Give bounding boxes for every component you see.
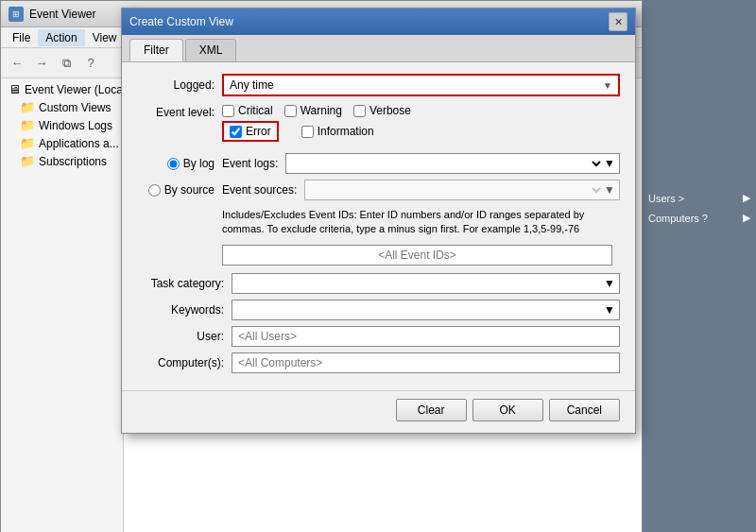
keywords-dropdown[interactable]: ▼ [232,300,620,320]
event-ids-row [222,245,612,266]
by-source-row: By source Event sources: ▼ [137,180,620,200]
dialog-tabs: Filter XML [122,35,635,62]
cancel-button[interactable]: Cancel [549,399,620,421]
critical-checkbox-item: Critical [222,104,273,117]
event-logs-label: Event logs: [222,157,278,170]
warning-label[interactable]: Warning [301,104,342,117]
dropdown-arrow-task-icon: ▼ [604,277,615,290]
task-category-label: Task category: [137,277,232,290]
task-category-dropdown[interactable]: ▼ [232,273,620,294]
dropdown-arrow-keywords-icon: ▼ [604,303,615,317]
verbose-label[interactable]: Verbose [369,104,411,117]
by-log-radio[interactable] [167,158,180,170]
by-log-label[interactable]: By log [183,157,215,170]
dialog-titlebar: Create Custom View ✕ [122,9,635,35]
event-sources-label: Event sources: [222,183,297,197]
computers-row: Computer(s): [137,352,620,373]
verbose-checkbox-item: Verbose [353,104,411,117]
user-row: User: [137,326,620,347]
logged-value: Any time [230,78,274,92]
task-category-row: Task category: ▼ [137,273,620,294]
logged-label: Logged: [137,78,222,92]
modal-overlay: Create Custom View ✕ Filter XML Logged: … [0,0,756,532]
information-checkbox[interactable] [301,126,314,138]
tab-xml[interactable]: XML [185,39,237,61]
dropdown-arrow-icon: ▼ [603,80,612,91]
tab-filter[interactable]: Filter [129,39,183,61]
critical-label[interactable]: Critical [238,104,273,117]
warning-checkbox[interactable] [284,105,297,117]
by-source-radio[interactable] [148,184,161,197]
error-checkbox-wrapper: Error [222,121,279,142]
dropdown-arrow-sources-icon: ▼ [604,183,615,197]
checkboxes-group: Critical Warning Verbose [222,104,620,146]
error-label[interactable]: Error [246,125,271,138]
dialog-title: Create Custom View [129,15,233,28]
event-ids-input[interactable] [222,245,612,266]
critical-checkbox[interactable] [222,105,234,117]
description-text: Includes/Excludes Event IDs: Enter ID nu… [222,208,620,237]
checkbox-row-1: Critical Warning Verbose [222,104,620,117]
by-source-radio-item: By source [137,183,222,197]
clear-button[interactable]: Clear [396,399,467,421]
logged-dropdown[interactable]: Any time ▼ [222,74,620,96]
event-sources-dropdown[interactable]: ▼ [304,180,620,200]
event-sources-select [309,182,604,197]
dropdown-arrow-logs-icon: ▼ [604,157,615,170]
user-label: User: [137,330,232,343]
error-checkbox[interactable] [230,126,242,138]
information-label[interactable]: Information [318,125,374,138]
computers-input[interactable] [232,352,620,373]
dialog-close-button[interactable]: ✕ [609,12,627,31]
create-custom-view-dialog: Create Custom View ✕ Filter XML Logged: … [121,8,636,434]
ok-button[interactable]: OK [472,399,543,421]
dialog-buttons: Clear OK Cancel [122,390,635,433]
event-level-row: Event level: Critical Warning [137,104,620,146]
by-source-label[interactable]: By source [164,183,215,197]
computers-label: Computer(s): [137,356,232,369]
user-input[interactable] [232,326,620,347]
keywords-label: Keywords: [137,303,232,317]
dialog-body: Logged: Any time ▼ Event level: C [122,62,635,390]
by-log-radio-item: By log [137,157,222,170]
by-log-row: By log Event logs: ▼ [137,153,620,174]
information-checkbox-item: Information [301,125,374,138]
event-logs-select[interactable] [290,156,604,171]
logged-row: Logged: Any time ▼ [137,74,620,96]
radio-section: By log Event logs: ▼ By source Event sou… [137,153,620,200]
warning-checkbox-item: Warning [284,104,342,117]
event-logs-dropdown[interactable]: ▼ [285,153,620,174]
event-level-label: Event level: [137,104,222,119]
logged-control: Any time ▼ [222,74,620,96]
verbose-checkbox[interactable] [353,105,366,117]
checkbox-row-2: Error Information [222,121,620,142]
keywords-row: Keywords: ▼ [137,300,620,320]
